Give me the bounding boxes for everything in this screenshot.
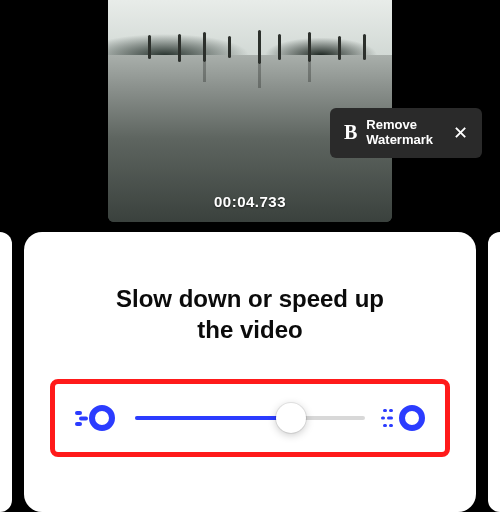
next-card-peek[interactable] — [488, 232, 500, 512]
svg-rect-8 — [387, 417, 393, 420]
close-icon[interactable]: ✕ — [453, 124, 468, 142]
speed-slider-highlight — [50, 379, 450, 457]
previous-card-peek[interactable] — [0, 232, 12, 512]
video-timestamp: 00:04.733 — [108, 193, 392, 210]
svg-rect-10 — [389, 424, 393, 427]
fast-speed-icon — [381, 402, 427, 434]
svg-rect-7 — [381, 417, 385, 420]
svg-rect-6 — [389, 409, 393, 412]
slow-speed-icon — [73, 402, 119, 434]
svg-rect-3 — [75, 422, 82, 426]
svg-point-0 — [92, 408, 112, 428]
svg-rect-2 — [79, 417, 88, 421]
speed-control-card: Slow down or speed up the video — [24, 232, 476, 512]
card-title: Slow down or speed up the video — [116, 284, 384, 345]
brand-logo-icon: B — [344, 121, 356, 144]
slider-fill — [135, 416, 291, 420]
svg-point-4 — [402, 408, 422, 428]
remove-watermark-banner[interactable]: B Remove Watermark ✕ — [330, 108, 482, 158]
speed-slider[interactable] — [135, 402, 365, 434]
remove-watermark-label: Remove Watermark — [366, 118, 433, 148]
svg-rect-9 — [383, 424, 387, 427]
slider-thumb[interactable] — [276, 403, 306, 433]
svg-rect-5 — [383, 409, 387, 412]
svg-rect-1 — [75, 411, 82, 415]
